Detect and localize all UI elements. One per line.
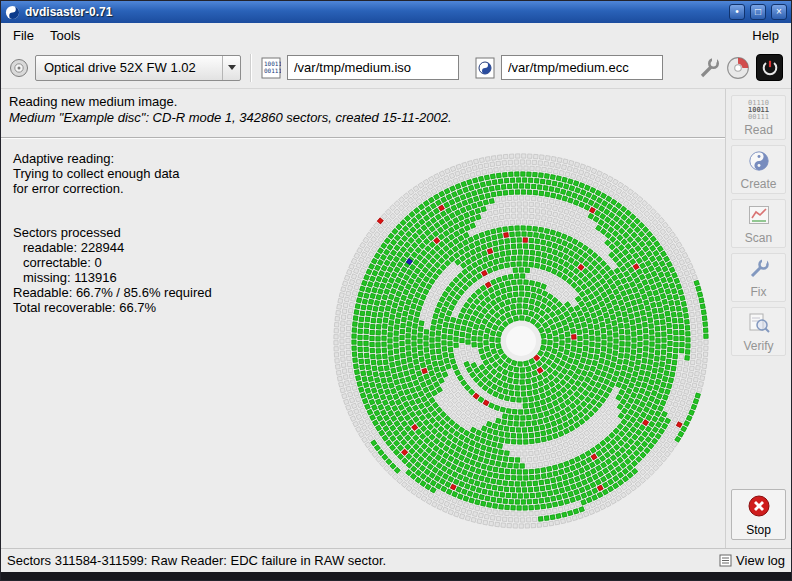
view-log-button[interactable]: View log	[719, 553, 785, 568]
quit-button[interactable]	[756, 54, 783, 81]
toolbar: Optical drive 52X FW 1.02 10011 00111	[1, 47, 791, 89]
read-button[interactable]: 01110 10011 00111 Read	[731, 95, 786, 140]
preferences-wrench-icon[interactable]	[698, 57, 720, 79]
workarea: Adaptive reading: Trying to collect enou…	[1, 139, 725, 548]
statusbar: Sectors 311584-311599: Raw Reader: EDC f…	[1, 548, 791, 572]
svg-text:10011: 10011	[264, 60, 281, 67]
mode-desc-2: for error correction.	[13, 181, 212, 196]
menu-file[interactable]: File	[5, 25, 42, 46]
view-log-label: View log	[736, 553, 785, 568]
ecc-file-icon	[475, 57, 495, 79]
minimize-button[interactable]: •	[729, 4, 745, 20]
status-heading: Reading new medium image. Medium "Exampl…	[1, 89, 725, 133]
scan-button[interactable]: Scan	[731, 199, 786, 248]
fix-button[interactable]: Fix	[731, 253, 786, 302]
mode-desc-1: Trying to collect enough data	[13, 166, 212, 181]
sector-spiral	[327, 147, 715, 535]
status-message: Sectors 311584-311599: Raw Reader: EDC f…	[7, 553, 715, 568]
maximize-button[interactable]: □	[750, 4, 766, 20]
power-icon	[761, 59, 779, 77]
create-button[interactable]: Create	[731, 145, 786, 194]
total-recoverable: Total recoverable: 66.7%	[13, 300, 212, 315]
toolbar-separator	[250, 54, 252, 82]
window-bottom-border	[1, 572, 791, 580]
verify-button[interactable]: Verify	[731, 307, 786, 356]
yin-yang-icon	[748, 150, 770, 175]
iso-file-icon: 10011 00111	[261, 57, 281, 79]
menu-tools[interactable]: Tools	[42, 25, 88, 46]
chevron-down-icon	[228, 65, 236, 70]
menu-help[interactable]: Help	[744, 25, 787, 46]
info-panel: Adaptive reading: Trying to collect enou…	[13, 151, 212, 315]
scan-button-label: Scan	[745, 231, 772, 245]
create-button-label: Create	[740, 177, 776, 191]
scan-chart-icon	[748, 204, 770, 229]
main-area: Reading new medium image. Medium "Exampl…	[1, 89, 725, 548]
heading-line2: Medium "Example disc": CD-R mode 1, 3428…	[9, 110, 717, 126]
action-sidebar: 01110 10011 00111 Read Create	[725, 89, 791, 548]
stop-icon	[747, 494, 771, 521]
cd-icon[interactable]	[726, 56, 750, 80]
app-icon	[5, 5, 20, 20]
read-button-label: Read	[744, 123, 773, 137]
binary-row: 00111	[748, 114, 769, 121]
fix-wrench-icon	[748, 258, 770, 283]
fix-button-label: Fix	[751, 285, 767, 299]
sectors-title: Sectors processed	[13, 225, 212, 240]
drive-icon	[9, 58, 29, 78]
combo-arrow-box[interactable]	[222, 56, 240, 80]
stop-button-label: Stop	[746, 523, 771, 537]
read-binary-icon: 01110 10011 00111	[748, 100, 769, 121]
window-title: dvdisaster-0.71	[25, 5, 724, 19]
mode-title: Adaptive reading:	[13, 151, 212, 166]
close-button[interactable]: ×	[771, 4, 787, 20]
ecc-path-input[interactable]	[501, 55, 663, 80]
verify-button-label: Verify	[743, 339, 773, 353]
menubar: File Tools Help	[1, 23, 791, 47]
iso-path-input[interactable]	[287, 55, 459, 80]
sectors-missing: missing: 113916	[13, 270, 212, 285]
svg-text:00111: 00111	[264, 67, 281, 74]
heading-line1: Reading new medium image.	[9, 94, 717, 110]
content: Reading new medium image. Medium "Exampl…	[1, 89, 791, 548]
sectors-readable: readable: 228944	[13, 240, 212, 255]
drive-select-value: Optical drive 52X FW 1.02	[44, 60, 222, 75]
log-icon	[719, 554, 732, 567]
verify-magnifier-icon	[748, 312, 770, 337]
stop-button[interactable]: Stop	[731, 489, 786, 540]
titlebar[interactable]: dvdisaster-0.71 • □ ×	[1, 1, 791, 23]
drive-select[interactable]: Optical drive 52X FW 1.02	[35, 55, 241, 81]
readable-percent: Readable: 66.7% / 85.6% required	[13, 285, 212, 300]
app-window: dvdisaster-0.71 • □ × File Tools Help Op…	[0, 0, 792, 581]
sectors-correctable: correctable: 0	[13, 255, 212, 270]
